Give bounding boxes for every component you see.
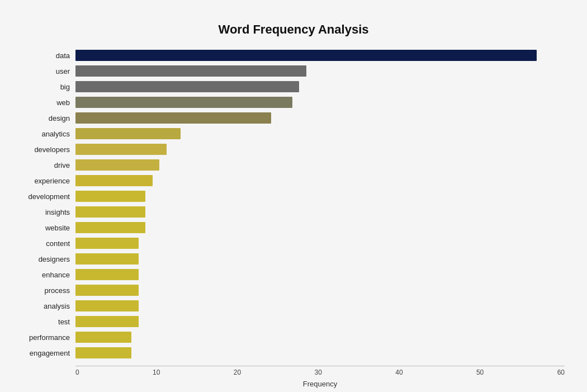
bar-label: design (22, 114, 75, 122)
bar-label: designers (22, 255, 75, 263)
bar-row: design (22, 111, 565, 125)
bar-label: drive (22, 161, 75, 169)
bar-track (75, 285, 565, 296)
bar-label: analytics (22, 130, 75, 138)
bar-label: development (22, 192, 75, 201)
bar-track (75, 300, 565, 311)
x-tick: 60 (557, 369, 565, 376)
bar-fill (75, 144, 167, 155)
bar-row: web (22, 95, 565, 110)
bar-label: data (22, 51, 75, 60)
bar-track (75, 81, 565, 92)
bar-row: developers (22, 142, 565, 157)
bar-fill (75, 316, 139, 327)
bar-fill (75, 238, 139, 249)
x-axis-ticks: 0102030405060 (75, 366, 565, 376)
x-axis-area: 0102030405060 Frequency (75, 366, 565, 388)
bar-track (75, 50, 565, 61)
bar-label: web (22, 98, 75, 107)
bar-track (75, 112, 565, 124)
bar-track (75, 144, 565, 155)
x-tick: 40 (395, 369, 403, 376)
bar-fill (75, 97, 292, 108)
bar-track (75, 269, 565, 280)
x-tick: 20 (234, 369, 241, 376)
bar-fill (75, 253, 139, 265)
bar-row: analytics (22, 126, 565, 141)
bar-track (75, 347, 565, 358)
bar-track (75, 175, 565, 186)
bar-row: engagement (22, 346, 565, 360)
bar-fill (75, 159, 159, 171)
bar-row: website (22, 220, 565, 235)
bar-fill (75, 175, 153, 186)
bar-label: content (22, 239, 75, 248)
bar-label: insights (22, 208, 75, 216)
bar-label: enhance (22, 271, 75, 279)
x-tick: 30 (314, 369, 321, 376)
bar-label: developers (22, 145, 75, 154)
bar-track (75, 65, 565, 77)
bar-fill (75, 112, 271, 124)
bar-label: big (22, 83, 75, 91)
bar-row: big (22, 79, 565, 94)
bar-label: experience (22, 177, 75, 185)
bar-fill (75, 300, 139, 311)
bar-label: analysis (22, 302, 75, 310)
x-tick: 50 (476, 369, 484, 376)
bar-label: performance (22, 333, 75, 342)
bar-fill (75, 347, 131, 358)
bar-row: content (22, 236, 565, 251)
bar-row: insights (22, 205, 565, 219)
bar-fill (75, 332, 131, 343)
bar-label: user (22, 67, 75, 75)
bar-fill (75, 285, 139, 296)
bar-row: experience (22, 173, 565, 188)
chart-title: Word Frequency Analysis (22, 22, 565, 37)
bar-track (75, 332, 565, 343)
bar-fill (75, 81, 299, 92)
bar-label: process (22, 286, 75, 295)
bar-fill (75, 206, 145, 218)
bar-row: data (22, 48, 565, 63)
x-tick: 10 (153, 369, 160, 376)
bar-row: analysis (22, 299, 565, 313)
bar-track (75, 191, 565, 202)
bar-track (75, 128, 565, 139)
chart-container: Word Frequency Analysis datauserbigwebde… (11, 11, 576, 392)
bar-track (75, 159, 565, 171)
bar-fill (75, 128, 181, 139)
bar-fill (75, 222, 145, 233)
x-axis-label: Frequency (75, 380, 565, 388)
bar-fill (75, 191, 145, 202)
bar-label: test (22, 318, 75, 326)
x-tick: 0 (75, 369, 79, 376)
chart-area: datauserbigwebdesignanalyticsdevelopersd… (22, 48, 565, 361)
bar-row: enhance (22, 267, 565, 282)
bar-row: user (22, 64, 565, 78)
bar-row: designers (22, 252, 565, 266)
bar-track (75, 206, 565, 218)
bar-row: test (22, 314, 565, 329)
bar-label: engagement (22, 349, 75, 357)
bar-track (75, 253, 565, 265)
bar-track (75, 316, 565, 327)
bar-fill (75, 50, 537, 61)
bar-row: process (22, 283, 565, 297)
bar-row: drive (22, 158, 565, 172)
bar-label: website (22, 224, 75, 232)
bar-row: development (22, 189, 565, 204)
bar-fill (75, 269, 139, 280)
bar-track (75, 222, 565, 233)
bar-fill (75, 65, 306, 77)
bar-row: performance (22, 330, 565, 344)
bar-track (75, 97, 565, 108)
bar-track (75, 238, 565, 249)
